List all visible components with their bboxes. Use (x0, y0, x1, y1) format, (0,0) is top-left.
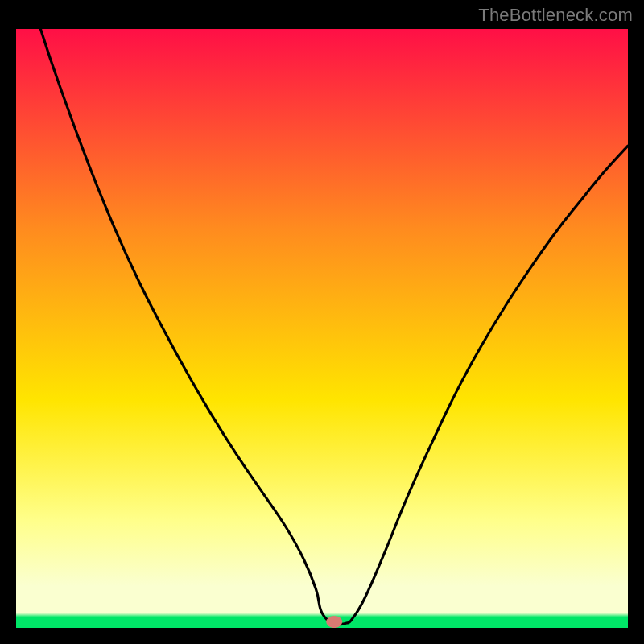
plot-area (16, 29, 628, 628)
optimal-point-marker (326, 616, 342, 628)
bottleneck-chart (16, 29, 628, 628)
watermark-text: TheBottleneck.com (478, 5, 633, 26)
svg-rect-1 (16, 29, 628, 628)
chart-frame: TheBottleneck.com (0, 0, 644, 644)
